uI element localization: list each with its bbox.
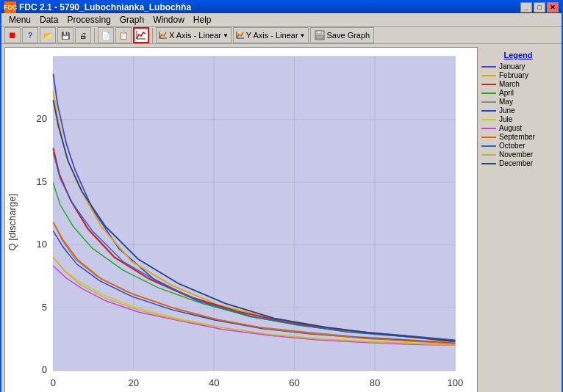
legend-color xyxy=(481,66,496,68)
legend-label: December xyxy=(499,159,533,167)
separator1 xyxy=(94,28,95,43)
legend-label: Jule xyxy=(499,115,512,123)
save-graph-button[interactable]: Save Graph xyxy=(310,27,375,43)
maximize-button[interactable]: □ xyxy=(534,2,545,12)
chart-button[interactable] xyxy=(133,27,149,43)
legend-label: February xyxy=(499,71,528,79)
legend-color xyxy=(481,119,496,120)
legend-item: May xyxy=(481,98,555,106)
y-axis-icon xyxy=(236,31,245,40)
title-buttons: _ □ ✕ xyxy=(520,2,559,12)
svg-text:20: 20 xyxy=(37,113,48,124)
legend-color xyxy=(481,163,496,164)
legend-label: November xyxy=(499,150,533,159)
svg-rect-7 xyxy=(317,31,321,34)
title-bar-left: FDC FDC 2.1 - 5790_Lubochnianka_Lubochňa xyxy=(4,1,191,13)
svg-text:15: 15 xyxy=(37,176,48,187)
svg-text:80: 80 xyxy=(370,377,381,388)
menu-help[interactable]: Help xyxy=(189,13,216,26)
svg-text:10: 10 xyxy=(37,239,48,250)
menu-processing[interactable]: Processing xyxy=(62,13,115,26)
legend-color xyxy=(481,75,496,76)
legend-item: March xyxy=(481,80,555,88)
title-bar: FDC FDC 2.1 - 5790_Lubochnianka_Lubochňa… xyxy=(1,1,562,13)
legend-label: January xyxy=(499,62,526,70)
x-axis-arrow: ▼ xyxy=(223,32,229,39)
legend-label: October xyxy=(499,142,526,150)
main-content: 0 5 10 15 20 Q [discharge] 0 20 40 60 80… xyxy=(1,44,562,392)
x-axis-icon xyxy=(159,31,168,40)
menu-data[interactable]: Data xyxy=(35,13,62,26)
app-icon: FDC xyxy=(4,1,16,13)
legend-color xyxy=(481,137,496,138)
print-button[interactable]: 🖨 xyxy=(75,27,91,43)
svg-rect-8 xyxy=(316,35,323,39)
save-graph-label: Save Graph xyxy=(327,31,370,40)
legend-color xyxy=(481,101,496,103)
legend-label: June xyxy=(499,106,515,115)
stop-button[interactable]: ⏹ xyxy=(4,27,21,43)
legend-item: November xyxy=(481,150,555,159)
help-button[interactable]: ? xyxy=(22,27,38,43)
svg-text:60: 60 xyxy=(289,377,300,388)
open-button[interactable]: 📂 xyxy=(40,27,56,43)
menu-bar: Menu Data Processing Graph Window Help xyxy=(1,13,562,27)
legend-label: August xyxy=(499,124,522,132)
save-button[interactable]: 💾 xyxy=(57,27,73,43)
svg-text:20: 20 xyxy=(129,377,140,388)
svg-text:0: 0 xyxy=(42,364,47,375)
svg-text:100: 100 xyxy=(447,377,463,388)
window-title: FDC 2.1 - 5790_Lubochnianka_Lubochňa xyxy=(19,2,191,12)
legend-label: May xyxy=(499,98,513,106)
toolbar: ⏹ ? 📂 💾 🖨 📄 📋 X Axis - Linear ▼ xyxy=(1,27,562,44)
legend-item: January xyxy=(481,62,555,70)
legend-item: June xyxy=(481,106,555,115)
menu-graph[interactable]: Graph xyxy=(115,13,148,26)
legend-item: October xyxy=(481,142,555,150)
legend-color xyxy=(481,84,496,85)
legend-panel: Legend JanuaryFebruaryMarchAprilMayJuneJ… xyxy=(478,47,559,392)
chart-area: 0 5 10 15 20 Q [discharge] 0 20 40 60 80… xyxy=(4,47,478,392)
legend-item: February xyxy=(481,71,555,79)
y-axis-arrow: ▼ xyxy=(300,32,306,39)
legend-label: March xyxy=(499,80,520,88)
y-axis-dropdown[interactable]: Y Axis - Linear ▼ xyxy=(233,27,309,43)
x-axis-dropdown[interactable]: X Axis - Linear ▼ xyxy=(156,27,232,43)
y-axis-label: Y Axis - Linear xyxy=(246,31,298,40)
legend-color xyxy=(481,92,496,94)
minimize-button[interactable]: _ xyxy=(520,2,532,12)
legend-item: August xyxy=(481,124,555,132)
svg-text:5: 5 xyxy=(42,302,47,313)
svg-text:Q [discharge]: Q [discharge] xyxy=(7,194,18,251)
legend-items: JanuaryFebruaryMarchAprilMayJuneJuleAugu… xyxy=(481,62,555,167)
save-graph-icon xyxy=(315,30,325,40)
legend-item: December xyxy=(481,159,555,167)
legend-title: Legend xyxy=(481,51,555,59)
svg-text:40: 40 xyxy=(209,377,220,388)
legend-color xyxy=(481,154,496,156)
chart-svg: 0 5 10 15 20 Q [discharge] 0 20 40 60 80… xyxy=(5,48,477,392)
menu-window[interactable]: Window xyxy=(148,13,189,26)
copy-button[interactable]: 📋 xyxy=(115,27,132,43)
legend-color xyxy=(481,110,496,112)
legend-color xyxy=(481,145,496,147)
legend-label: September xyxy=(499,133,535,141)
close-button[interactable]: ✕ xyxy=(547,2,559,12)
legend-color xyxy=(481,128,496,129)
svg-rect-9 xyxy=(53,57,455,371)
legend-item: April xyxy=(481,89,555,97)
legend-label: April xyxy=(499,89,514,97)
legend-item: Jule xyxy=(481,115,555,123)
separator2 xyxy=(152,28,153,43)
new-button[interactable]: 📄 xyxy=(98,27,114,43)
main-window: FDC FDC 2.1 - 5790_Lubochnianka_Lubochňa… xyxy=(0,0,563,392)
svg-text:0: 0 xyxy=(51,377,56,388)
legend-item: September xyxy=(481,133,555,141)
menu-menu[interactable]: Menu xyxy=(4,13,35,26)
x-axis-label: X Axis - Linear xyxy=(169,31,221,40)
